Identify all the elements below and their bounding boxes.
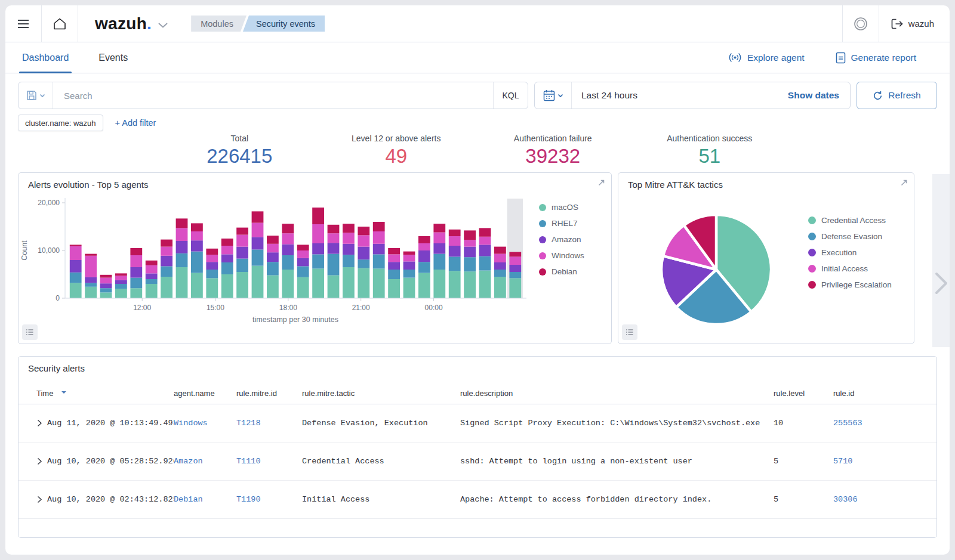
add-filter-button[interactable]: + Add filter bbox=[115, 118, 156, 128]
legend-item-defense-evasion[interactable]: Defense Evasion bbox=[808, 228, 892, 245]
legend-item-debian[interactable]: Debian bbox=[539, 264, 584, 280]
legend-item-execution[interactable]: Execution bbox=[808, 245, 892, 261]
legend-item-macos[interactable]: macOS bbox=[539, 199, 584, 215]
row-expand-chevron-icon[interactable] bbox=[36, 496, 42, 503]
cell-agent[interactable]: Amazon bbox=[174, 457, 236, 466]
cell-mitre_id[interactable]: T1218 bbox=[236, 419, 302, 428]
expand-panel-button[interactable] bbox=[899, 178, 908, 190]
bar-chart-legend: macOSRHEL7AmazonWindowsDebian bbox=[539, 199, 584, 280]
cell-rule_id[interactable]: 30306 bbox=[833, 495, 936, 504]
home-button[interactable] bbox=[42, 5, 78, 42]
panel-title: Security alerts bbox=[28, 363, 85, 373]
tab-events[interactable]: Events bbox=[97, 42, 129, 73]
hamburger-menu-button[interactable] bbox=[5, 5, 41, 42]
filter-row: cluster.name: wazuh + Add filter bbox=[18, 115, 937, 131]
cell-mitre_id[interactable]: T1190 bbox=[236, 495, 302, 504]
kql-button[interactable]: KQL bbox=[493, 82, 528, 109]
health-check-button[interactable] bbox=[843, 5, 879, 42]
legend-label: Debian bbox=[552, 267, 577, 276]
svg-text:timestamp per 30 minutes: timestamp per 30 minutes bbox=[252, 315, 338, 324]
svg-text:Count: Count bbox=[20, 240, 29, 261]
refresh-button[interactable]: Refresh bbox=[857, 82, 937, 109]
column-header-rule-id[interactable]: rule.id bbox=[833, 389, 936, 398]
legend-dot-icon bbox=[808, 216, 816, 224]
cell-time: Aug 11, 2020 @ 10:13:49.493 bbox=[19, 419, 174, 428]
header-right: wazuh bbox=[842, 5, 950, 42]
explore-agent-button[interactable]: Explore agent bbox=[728, 52, 805, 63]
legend-item-initial-access[interactable]: Initial Access bbox=[808, 261, 892, 277]
cell-agent[interactable]: Windows bbox=[174, 419, 236, 428]
chevron-down-icon bbox=[39, 94, 45, 98]
chevron-right-icon bbox=[934, 271, 949, 296]
breadcrumb-security-events[interactable]: Security events bbox=[243, 16, 325, 32]
tab-dashboard[interactable]: Dashboard bbox=[21, 42, 70, 73]
cell-tactic: Defense Evasion, Execution bbox=[302, 419, 460, 428]
top-header: wazuh. Modules Security events wazuh bbox=[5, 5, 950, 42]
generate-report-button[interactable]: Generate report bbox=[836, 52, 916, 64]
legend-item-amazon[interactable]: Amazon bbox=[539, 231, 584, 247]
legend-label: macOS bbox=[552, 203, 578, 212]
stat-value[interactable]: 226415 bbox=[161, 145, 318, 168]
column-header-time[interactable]: Time bbox=[19, 389, 174, 398]
cell-description: sshd: Attempt to login using a non-exist… bbox=[460, 457, 774, 466]
legend-dot-icon bbox=[808, 233, 816, 240]
show-dates-button[interactable]: Show dates bbox=[788, 90, 850, 101]
legend-label: Credential Access bbox=[821, 216, 886, 225]
legend-item-rhel7[interactable]: RHEL7 bbox=[539, 215, 584, 231]
column-header-agent-name[interactable]: agent.name bbox=[174, 389, 236, 398]
legend-dot-icon bbox=[808, 265, 816, 273]
stat-3: Authentication success51 bbox=[631, 134, 788, 168]
expand-icon bbox=[899, 178, 908, 187]
legend-label: Initial Access bbox=[821, 264, 868, 273]
svg-text:20,000: 20,000 bbox=[38, 199, 60, 207]
stat-value[interactable]: 49 bbox=[318, 145, 475, 168]
broadcast-icon bbox=[728, 52, 742, 63]
stat-value[interactable]: 51 bbox=[631, 145, 788, 168]
expand-panel-button[interactable] bbox=[597, 178, 606, 190]
calendar-icon bbox=[543, 89, 555, 101]
calendar-button[interactable] bbox=[535, 82, 572, 109]
alerts-table-header: Timeagent.namerule.mitre.idrule.mitre.ta… bbox=[19, 383, 936, 404]
breadcrumb-modules[interactable]: Modules bbox=[191, 16, 247, 32]
cell-level: 5 bbox=[774, 457, 833, 466]
cell-time-text: Aug 10, 2020 @ 05:28:52.926 bbox=[47, 457, 174, 466]
row-expand-chevron-icon[interactable] bbox=[36, 457, 42, 465]
main-content: KQL Last 24 hours Show dates Refresh clu… bbox=[5, 82, 950, 538]
stat-value[interactable]: 39232 bbox=[475, 145, 631, 168]
stat-label: Authentication failure bbox=[475, 134, 631, 143]
row-expand-chevron-icon[interactable] bbox=[36, 419, 42, 427]
stat-label: Level 12 or above alerts bbox=[318, 134, 475, 143]
legend-toggle-button[interactable] bbox=[622, 324, 637, 340]
security-alerts-panel: Security alerts Timeagent.namerule.mitre… bbox=[18, 356, 937, 538]
legend-item-windows[interactable]: Windows bbox=[539, 247, 584, 264]
legend-toggle-button[interactable] bbox=[22, 324, 38, 340]
cell-agent[interactable]: Debian bbox=[174, 495, 236, 504]
refresh-icon bbox=[873, 91, 883, 101]
filter-pill-cluster-name[interactable]: cluster.name: wazuh bbox=[18, 115, 103, 131]
legend-label: Defense Evasion bbox=[821, 232, 882, 241]
breadcrumb: Modules Security events bbox=[191, 16, 325, 32]
panel-alerts-evolution: Alerts evolution - Top 5 agents 010,0002… bbox=[18, 172, 612, 344]
legend-item-credential-access[interactable]: Credential Access bbox=[808, 212, 892, 228]
panel-title: Alerts evolution - Top 5 agents bbox=[28, 180, 149, 190]
cell-mitre_id[interactable]: T1110 bbox=[236, 457, 302, 466]
carousel-next-button[interactable] bbox=[934, 271, 949, 347]
panels-row: Alerts evolution - Top 5 agents 010,0002… bbox=[18, 172, 937, 344]
column-header-rule-mitre-tactic[interactable]: rule.mitre.tactic bbox=[302, 389, 460, 398]
column-header-rule-description[interactable]: rule.description bbox=[460, 389, 774, 398]
logout-button[interactable]: wazuh bbox=[879, 18, 950, 29]
cell-rule_id[interactable]: 255563 bbox=[833, 419, 936, 428]
legend-item-privilege-escalation[interactable]: Privilege Escalation bbox=[808, 277, 892, 293]
svg-text:10,000: 10,000 bbox=[38, 246, 60, 255]
search-input[interactable] bbox=[53, 82, 493, 109]
chevron-down-icon[interactable] bbox=[158, 22, 168, 29]
home-icon bbox=[52, 17, 67, 31]
time-range-label[interactable]: Last 24 hours bbox=[572, 90, 788, 101]
username-label: wazuh bbox=[908, 18, 934, 29]
column-header-rule-level[interactable]: rule.level bbox=[774, 389, 833, 398]
column-header-rule-mitre-id[interactable]: rule.mitre.id bbox=[236, 389, 302, 398]
date-picker: Last 24 hours Show dates bbox=[534, 82, 851, 109]
cell-rule_id[interactable]: 5710 bbox=[833, 457, 936, 466]
legend-dot-icon bbox=[539, 220, 546, 227]
save-query-button[interactable] bbox=[19, 82, 53, 109]
